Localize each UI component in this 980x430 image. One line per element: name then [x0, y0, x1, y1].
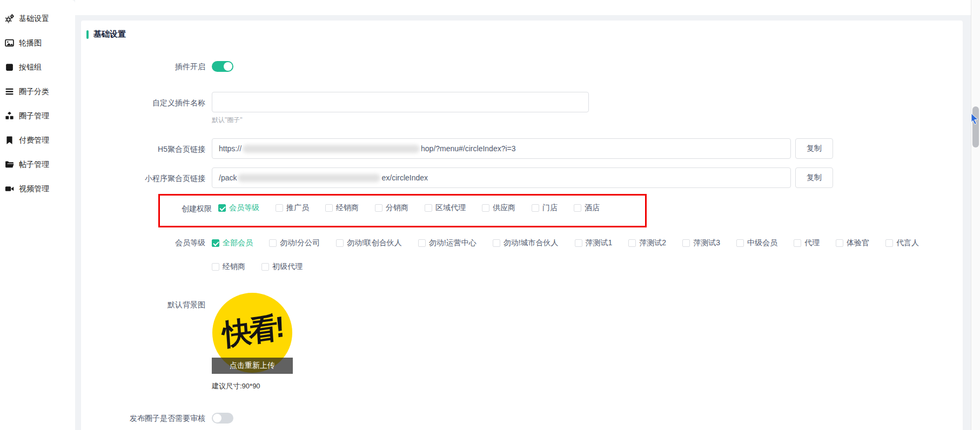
checkbox-icon — [212, 239, 219, 247]
checkbox-option[interactable]: 代理 — [794, 238, 820, 248]
sidebar-item-basic-settings[interactable]: 基础设置 — [0, 6, 75, 31]
checkbox-icon — [836, 239, 843, 247]
sidebar-item-label: 圈子管理 — [19, 111, 49, 121]
plugin-enable-toggle[interactable] — [212, 61, 233, 72]
member-level-label: 会员等级 — [86, 237, 205, 248]
sidebar-item-carousel[interactable]: 轮播图 — [0, 31, 75, 55]
video-icon — [5, 184, 14, 193]
checkbox-option[interactable]: 会员等级 — [218, 203, 259, 213]
plugin-name-input[interactable] — [212, 92, 589, 112]
sidebar-item-label: 按钮组 — [19, 63, 42, 72]
plugin-enable-label: 插件开启 — [86, 61, 205, 72]
checkbox-option[interactable]: 全部会员 — [212, 238, 253, 248]
checkbox-icon — [212, 263, 219, 271]
checkbox-label: 代言人 — [896, 238, 919, 248]
checkbox-option[interactable]: 初级代理 — [261, 262, 303, 272]
checkbox-option[interactable]: 勿动!城市合伙人 — [493, 238, 559, 248]
checkbox-label: 勿动!分公司 — [280, 238, 320, 248]
annotation-red-box: 创建权限 会员等级 推广员 经销商 — [158, 194, 647, 227]
checkbox-icon — [218, 204, 226, 212]
checkbox-option[interactable]: 供应商 — [482, 203, 515, 213]
checkbox-option[interactable]: 推广员 — [276, 203, 309, 213]
mini-link-label: 小程序聚合页链接 — [86, 167, 205, 184]
mini-copy-button[interactable]: 复制 — [795, 167, 833, 188]
checkbox-icon — [794, 239, 801, 247]
checkbox-label: 萍测试3 — [693, 238, 720, 248]
checkbox-option[interactable]: 勿动!分公司 — [269, 238, 320, 248]
circle-manage-icon — [5, 111, 14, 120]
sidebar-item-label: 帖子管理 — [19, 160, 49, 170]
checkbox-option[interactable]: 经销商 — [325, 203, 359, 213]
checkbox-option[interactable]: 萍测试3 — [682, 238, 720, 248]
scrollbar-thumb[interactable] — [972, 106, 979, 147]
checkbox-icon — [885, 239, 893, 247]
sidebar: 基础设置 轮播图 按钮组 圈子分类 圈子管理 — [0, 0, 75, 430]
member-level-options-line2: 经销商 初级代理 — [212, 262, 919, 272]
checkbox-option[interactable]: 区域代理 — [425, 203, 466, 213]
checkbox-icon — [532, 204, 539, 212]
bg-image-upload[interactable]: 快看! 点击重新上传 — [212, 293, 293, 374]
bg-image-text: 快看! — [221, 307, 283, 358]
checkbox-option[interactable]: 萍测试2 — [628, 238, 666, 248]
checkbox-icon — [336, 239, 344, 247]
checkbox-icon — [269, 239, 277, 247]
bg-image-row: 默认背景图 快看! 点击重新上传 建议尺寸:90*90 — [86, 293, 963, 391]
checkbox-option[interactable]: 分销商 — [375, 203, 408, 213]
bg-image-size-hint: 建议尺寸:90*90 — [212, 381, 293, 391]
checkbox-icon — [261, 263, 269, 271]
checkbox-option[interactable]: 酒店 — [574, 203, 600, 213]
sidebar-item-label: 圈子分类 — [19, 87, 49, 97]
checkbox-label: 分销商 — [386, 203, 408, 213]
plugin-name-label: 自定义插件名称 — [86, 92, 205, 108]
checkbox-option[interactable]: 勿动!联创合伙人 — [336, 238, 402, 248]
checkbox-label: 推广员 — [286, 203, 309, 213]
post-icon — [5, 160, 14, 169]
audit-toggle[interactable] — [212, 413, 233, 424]
checkbox-label: 勿动!联创合伙人 — [347, 238, 402, 248]
sidebar-item-circle-category[interactable]: 圈子分类 — [0, 79, 75, 104]
sidebar-item-label: 轮播图 — [19, 38, 42, 48]
checkbox-label: 萍测试2 — [639, 238, 666, 248]
h5-link-input[interactable]: https:// hop/?menu#/circleIndex?i=3 — [212, 138, 791, 159]
sidebar-item-video-manage[interactable]: 视频管理 — [0, 177, 75, 201]
section-title: 基础设置 — [86, 29, 963, 39]
checkbox-option[interactable]: 经销商 — [212, 262, 245, 272]
checkbox-option[interactable]: 中级会员 — [736, 238, 777, 248]
audit-toggle-row: 发布圈子是否需要审核 — [86, 413, 963, 424]
checkbox-label: 经销商 — [223, 262, 245, 272]
vertical-scrollbar[interactable] — [971, 0, 980, 430]
sidebar-item-button-group[interactable]: 按钮组 — [0, 55, 75, 79]
plugin-enable-row: 插件开启 — [86, 61, 963, 72]
checkbox-option[interactable]: 勿动!运营中心 — [418, 238, 476, 248]
reupload-overlay[interactable]: 点击重新上传 — [212, 358, 293, 374]
checkbox-label: 供应商 — [493, 203, 515, 213]
checkbox-option[interactable]: 萍测试1 — [575, 238, 613, 248]
checkbox-icon — [375, 204, 382, 212]
sidebar-item-post-manage[interactable]: 帖子管理 — [0, 152, 75, 177]
mouse-cursor-icon — [969, 113, 980, 126]
redacted-blur — [243, 145, 420, 153]
checkbox-label: 中级会员 — [747, 238, 777, 248]
h5-link-row: H5聚合页链接 https:// hop/?menu#/circleIndex?… — [86, 138, 963, 159]
mini-link-input[interactable]: /pack ex/circleIndex — [212, 167, 791, 188]
carousel-icon — [5, 38, 14, 48]
checkbox-label: 勿动!城市合伙人 — [504, 238, 559, 248]
member-level-options-line1: 全部会员 勿动!分公司 勿动!联创合伙人 勿动!运营中心 — [212, 238, 919, 248]
checkbox-icon — [628, 239, 636, 247]
page-title: 基础设置 — [93, 29, 126, 39]
checkbox-option[interactable]: 代言人 — [885, 238, 919, 248]
checkbox-label: 经销商 — [336, 203, 359, 213]
sidebar-item-label: 基础设置 — [19, 14, 49, 24]
plugin-name-row: 自定义插件名称 默认"圈子" — [86, 92, 963, 125]
checkbox-option[interactable]: 体验官 — [836, 238, 869, 248]
sidebar-item-circle-manage[interactable]: 圈子管理 — [0, 104, 75, 128]
sidebar-item-payment-manage[interactable]: 付费管理 — [0, 128, 75, 152]
checkbox-icon — [276, 204, 283, 212]
create-permission-label: 创建权限 — [182, 203, 212, 214]
checkbox-icon — [493, 239, 500, 247]
checkbox-option[interactable]: 门店 — [532, 203, 558, 213]
checkbox-label: 门店 — [542, 203, 558, 213]
checkbox-label: 初级代理 — [272, 262, 303, 272]
checkbox-icon — [425, 204, 432, 212]
h5-copy-button[interactable]: 复制 — [795, 138, 833, 159]
